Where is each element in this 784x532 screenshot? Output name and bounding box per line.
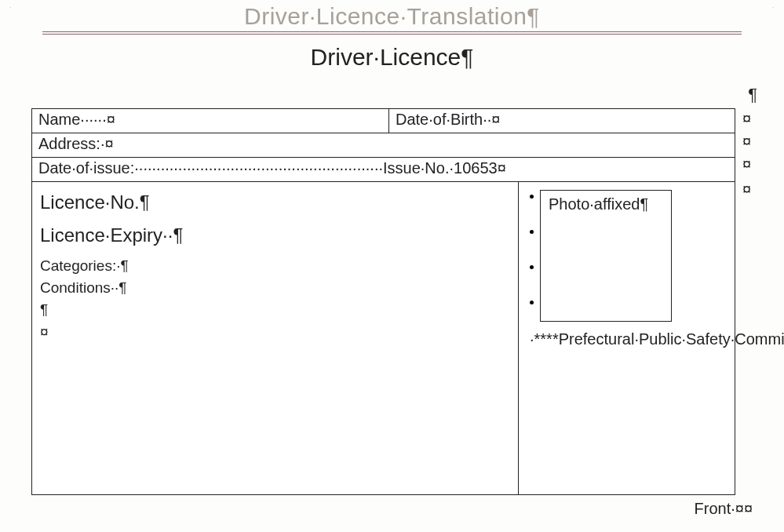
row-end-mark: ¤ [742,155,751,173]
row-address: Address:·¤ [32,133,735,158]
conditions-label: Conditions··¶ [40,279,510,297]
row-end-mark: ¤ [742,110,751,128]
empty-cell-mark: ¤ [40,323,510,341]
document-header-title: Driver·Licence·Translation¶ [0,3,784,30]
footer-front-label: Front·¤¤ [0,500,753,518]
cell-dob: Date·of·Birth··¤ [389,109,735,133]
empty-paragraph: ¶ [40,301,510,319]
title-underline [42,31,742,35]
crop-mark-top-left: ˙ [9,6,12,15]
cell-photo-commission: Photo·affixed¶ ·****Prefectural·Public·S… [519,182,735,495]
document-page: ˙ ˙ Driver·Licence·Translation¶ Driver·L… [0,0,784,532]
cell-issue: Date·of·issue:··························… [32,158,735,182]
row-body: Licence·No.¶ Licence·Expiry··¶ Categorie… [32,182,735,495]
commission-text: ·****Prefectural·Public·Safety·Commissio… [530,328,724,350]
photo-placeholder-box: Photo·affixed¶ [540,190,672,322]
row-end-mark: ¤ [742,180,751,199]
licence-table-wrap: Name······¤ Date·of·Birth··¤ Address:·¤ … [31,108,753,495]
bullet-dot [530,301,534,304]
licence-no-label: Licence·No.¶ [40,191,510,213]
row-name-dob: Name······¤ Date·of·Birth··¤ [32,109,735,133]
bullet-dot [530,195,534,199]
bullet-dot [530,230,534,234]
paragraph-mark: ¶ [0,85,757,105]
licence-table: Name······¤ Date·of·Birth··¤ Address:·¤ … [31,108,735,495]
bullet-column [530,190,534,304]
bullet-dot [530,265,534,269]
licence-expiry-label: Licence·Expiry··¶ [40,224,510,246]
cell-licence-details: Licence·No.¶ Licence·Expiry··¶ Categorie… [32,182,519,495]
photo-affixed-label: Photo·affixed¶ [549,195,648,213]
categories-label: Categories:·¶ [40,257,510,275]
crop-mark-top-right: ˙ [772,6,775,15]
row-issue: Date·of·issue:··························… [32,158,735,182]
row-end-mark: ¤ [742,133,751,151]
document-subtitle: Driver·Licence¶ [0,44,784,71]
cell-address: Address:·¤ [32,133,735,158]
cell-name: Name······¤ [32,109,389,133]
